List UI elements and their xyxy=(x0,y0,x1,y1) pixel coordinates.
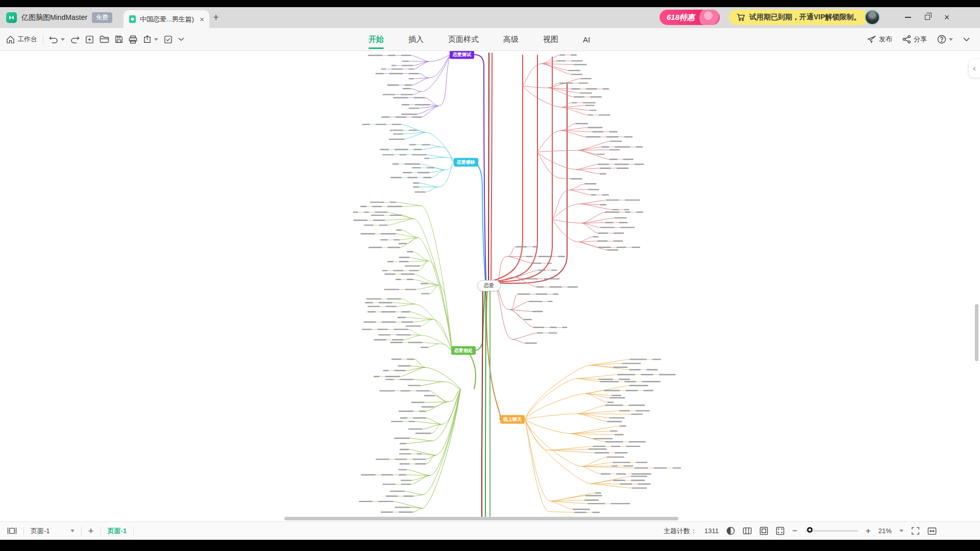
task-check-button[interactable] xyxy=(164,35,173,44)
new-tab-button[interactable]: + xyxy=(213,11,219,23)
export-icon xyxy=(143,35,152,44)
share-label: 分享 xyxy=(914,35,927,44)
frame-view-icon[interactable] xyxy=(760,527,768,535)
save-button[interactable] xyxy=(115,35,123,43)
tab-page-style[interactable]: 页面样式 xyxy=(448,28,479,51)
zoom-in-button[interactable]: + xyxy=(866,526,871,536)
open-file-button[interactable] xyxy=(100,35,109,43)
share-nodes-icon xyxy=(902,35,911,43)
new-document-button[interactable] xyxy=(85,35,94,44)
topic-count-label: 主题计数： xyxy=(664,527,697,536)
zoom-slider-knob[interactable] xyxy=(807,527,813,533)
branch-label[interactable]: 恋爱暧昧 xyxy=(454,158,478,167)
app-window: 亿图脑图MindMaster 免费 中国恋爱...男生篇) × + 618特惠 … xyxy=(0,7,980,540)
close-tab-icon[interactable]: × xyxy=(200,15,204,23)
workspace-label: 工作台 xyxy=(17,35,37,44)
toolbar: 工作台 xyxy=(0,28,980,51)
collapse-ribbon-button[interactable] xyxy=(963,37,970,42)
tab-start[interactable]: 开始 xyxy=(369,28,384,51)
chevron-left-icon: ‹ xyxy=(973,63,976,73)
topic-count-value: 1311 xyxy=(704,527,719,535)
zoom-slider[interactable] xyxy=(805,530,858,532)
more-tools-button[interactable] xyxy=(178,37,184,41)
zoom-out-button[interactable]: − xyxy=(792,526,797,536)
zoom-caret-icon xyxy=(899,530,903,532)
ribbon-menu: 开始 插入 页面样式 高级 视图 AI xyxy=(369,28,590,51)
page-selector-label: 页面-1 xyxy=(31,527,50,536)
workspace-button[interactable]: 工作台 xyxy=(6,35,37,44)
mindmap-canvas[interactable]: ‹ 恋爱测试恋爱暧昧恋爱相处线上聊天恋爱 xyxy=(0,51,980,521)
zoom-level-value[interactable]: 21% xyxy=(878,527,892,535)
page-selector[interactable]: 页面-1 xyxy=(31,527,75,536)
chevron-down-icon xyxy=(178,37,184,41)
trial-expired-banner[interactable]: 试用期已到期，开通VIP解锁限制。 xyxy=(729,10,869,25)
restore-icon xyxy=(925,15,930,20)
promo-618-badge[interactable]: 618特惠 xyxy=(659,10,720,25)
document-tab-title: 中国恋爱...男生篇) xyxy=(140,15,196,24)
maximize-button[interactable] xyxy=(921,12,934,23)
branch-label[interactable]: 恋爱相处 xyxy=(451,346,476,355)
help-button[interactable] xyxy=(937,35,953,44)
help-caret-icon xyxy=(949,38,953,41)
undo-caret-icon xyxy=(61,38,65,41)
status-bar: 页面-1 + 页面-1 主题计数： 1311 − + 21% xyxy=(0,521,980,540)
central-topic-node[interactable]: 恋爱 xyxy=(477,280,501,291)
app-home-tab[interactable]: 亿图脑图MindMaster 免费 xyxy=(6,10,112,26)
tab-view[interactable]: 视图 xyxy=(543,28,558,51)
undo-icon xyxy=(49,35,58,43)
print-icon xyxy=(129,35,137,44)
tab-ai[interactable]: AI xyxy=(583,28,590,51)
page-panel-icon[interactable] xyxy=(7,527,17,535)
new-document-icon xyxy=(85,35,94,44)
fit-width-icon[interactable] xyxy=(927,527,937,535)
publish-label: 发布 xyxy=(879,35,892,44)
page-selector-caret-icon xyxy=(70,530,75,532)
share-button[interactable]: 分享 xyxy=(902,35,927,44)
mindmaster-logo-icon xyxy=(6,12,17,23)
fit-screen-icon[interactable] xyxy=(776,527,785,535)
active-page-tab[interactable]: 页面-1 xyxy=(108,527,127,536)
checklist-icon xyxy=(164,35,173,44)
minimize-icon xyxy=(905,17,911,18)
help-icon xyxy=(937,35,946,44)
statusbar-divider xyxy=(133,527,134,535)
tab-insert[interactable]: 插入 xyxy=(408,28,424,51)
branch-label[interactable]: 线上聊天 xyxy=(500,415,525,424)
save-icon xyxy=(115,35,123,43)
publish-button[interactable]: 发布 xyxy=(867,35,892,44)
app-title: 亿图脑图MindMaster xyxy=(21,13,87,22)
branch-label[interactable]: 恋爱测试 xyxy=(450,51,474,59)
print-button[interactable] xyxy=(129,35,137,44)
outline-view-icon[interactable] xyxy=(743,527,752,535)
home-icon xyxy=(6,35,15,44)
undo-button[interactable] xyxy=(49,35,65,43)
paper-plane-icon xyxy=(867,35,876,43)
export-button[interactable] xyxy=(143,35,158,44)
trial-banner-text: 试用期已到期，开通VIP解锁限制。 xyxy=(749,13,861,22)
statusbar-divider xyxy=(101,527,101,535)
toolbar-divider xyxy=(43,35,43,44)
fullscreen-icon[interactable] xyxy=(911,527,920,535)
statusbar-divider xyxy=(23,527,24,535)
redo-button[interactable] xyxy=(70,35,80,43)
cart-icon xyxy=(737,13,745,21)
right-panel-collapse-button[interactable]: ‹ xyxy=(969,59,980,78)
tab-advanced[interactable]: 高级 xyxy=(503,28,519,51)
free-badge: 免费 xyxy=(92,12,112,23)
document-icon xyxy=(129,15,136,23)
minimize-button[interactable] xyxy=(901,12,915,23)
horizontal-scrollbar[interactable] xyxy=(284,517,678,520)
document-tab[interactable]: 中国恋爱...男生篇) × xyxy=(124,10,209,28)
statusbar-divider xyxy=(81,527,82,535)
user-avatar[interactable] xyxy=(865,10,880,25)
export-caret-icon xyxy=(154,38,158,41)
close-window-button[interactable]: × xyxy=(940,12,953,23)
pie-progress-icon[interactable] xyxy=(726,527,735,535)
vertical-scrollbar[interactable] xyxy=(975,304,978,361)
add-page-button[interactable]: + xyxy=(88,525,94,537)
redo-icon xyxy=(70,35,80,43)
tab-bar: 亿图脑图MindMaster 免费 中国恋爱...男生篇) × + 618特惠 … xyxy=(0,7,980,28)
chevron-down-icon xyxy=(963,37,970,42)
folder-icon xyxy=(100,35,109,43)
